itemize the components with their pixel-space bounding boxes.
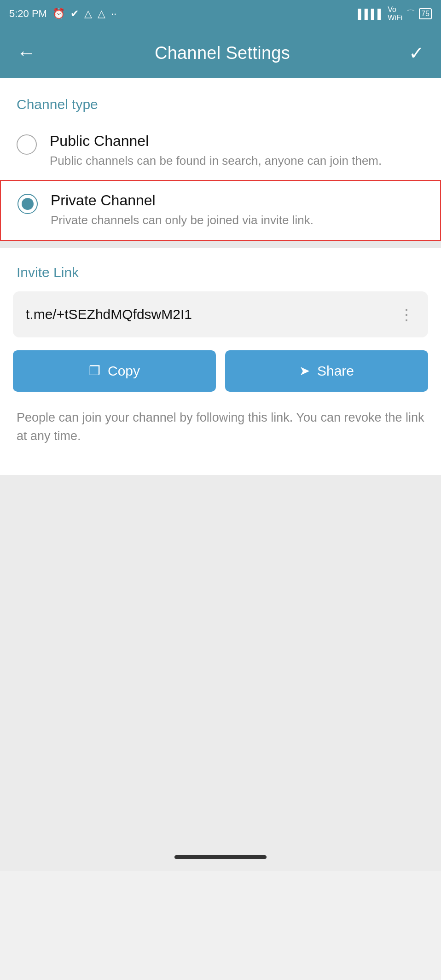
private-channel-text: Private Channel Private channels can onl… — [51, 192, 313, 228]
more-icon: ·· — [111, 8, 116, 20]
bottom-bar — [0, 843, 441, 871]
page-title: Channel Settings — [155, 43, 290, 63]
public-radio-circle[interactable] — [17, 134, 37, 155]
status-left: 5:20 PM ⏰ ✔ △ △ ·· — [9, 8, 116, 20]
status-right: ▌▌▌▌ VoWiFi ⌒ 75 — [358, 6, 432, 22]
copy-button[interactable]: ❐ Copy — [13, 350, 216, 392]
invite-link-value: t.me/+tSEZhdMQfdswM2I1 — [26, 307, 192, 322]
share-icon: ➤ — [299, 363, 310, 378]
telegram-icon: △ — [98, 8, 105, 20]
copy-button-label: Copy — [108, 363, 140, 379]
status-bar: 5:20 PM ⏰ ✔ △ △ ·· ▌▌▌▌ VoWiFi ⌒ 75 — [0, 0, 441, 28]
invite-link-section: Invite Link t.me/+tSEZhdMQfdswM2I1 ⋮ ❐ C… — [0, 248, 441, 475]
public-channel-text: Public Channel Public channels can be fo… — [50, 133, 382, 169]
channel-type-section: Channel type Public Channel Public chann… — [0, 78, 441, 241]
link-box: t.me/+tSEZhdMQfdswM2I1 ⋮ — [13, 291, 428, 337]
public-channel-desc: Public channels can be found in search, … — [50, 152, 382, 169]
home-indicator[interactable] — [174, 855, 267, 859]
radio-inner-dot — [22, 198, 34, 210]
content-area: Channel type Public Channel Public chann… — [0, 78, 441, 475]
private-channel-option[interactable]: Private Channel Private channels can onl… — [0, 180, 441, 240]
battery-icon: 75 — [419, 8, 432, 19]
public-channel-title: Public Channel — [50, 133, 382, 150]
action-buttons: ❐ Copy ➤ Share — [0, 337, 441, 405]
section-divider — [0, 241, 441, 248]
signal-icon: ▌▌▌▌ — [358, 9, 384, 19]
vowifi-icon: VoWiFi — [388, 6, 402, 22]
check-icon: ✔ — [70, 8, 79, 20]
empty-gray-area — [0, 475, 441, 843]
copy-icon: ❐ — [89, 363, 100, 378]
private-channel-title: Private Channel — [51, 192, 313, 209]
save-button[interactable]: ✓ — [409, 42, 424, 64]
alarm-icon: ⏰ — [52, 8, 65, 20]
channel-type-label: Channel type — [0, 78, 441, 122]
nav-bar: ← Channel Settings ✓ — [0, 28, 441, 78]
drive-icon: △ — [84, 8, 92, 20]
back-button[interactable]: ← — [17, 42, 36, 64]
link-more-button[interactable]: ⋮ — [399, 305, 415, 324]
wifi-icon: ⌒ — [406, 8, 415, 20]
share-button[interactable]: ➤ Share — [225, 350, 428, 392]
private-channel-desc: Private channels can only be joined via … — [51, 212, 313, 228]
invite-info-text: People can join your channel by followin… — [0, 405, 441, 464]
status-time: 5:20 PM — [9, 8, 47, 20]
share-button-label: Share — [317, 363, 354, 379]
private-radio-circle[interactable] — [17, 194, 38, 214]
public-channel-option[interactable]: Public Channel Public channels can be fo… — [0, 122, 441, 180]
invite-link-label: Invite Link — [0, 248, 441, 291]
